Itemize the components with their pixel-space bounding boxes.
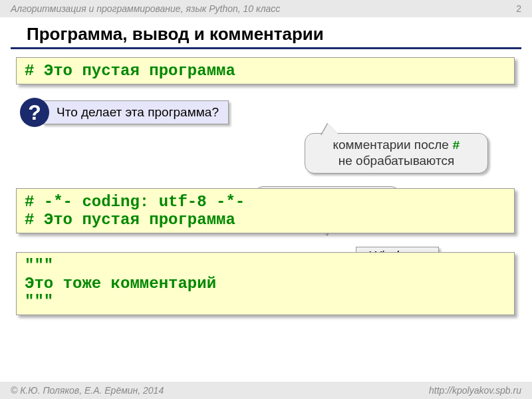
code-block-1: # Это пустая программа <box>16 57 515 84</box>
page-title: Программа, вывод и комментарии <box>11 17 521 49</box>
speech-bubble-comments: комментарии после # не обрабатываются <box>305 133 488 174</box>
question-box: Что делает эта программа? <box>43 100 229 124</box>
question-row: ? Что делает эта программа? <box>20 98 516 127</box>
question-mark-icon: ? <box>20 98 49 127</box>
tail-icon <box>321 124 340 136</box>
speech-text: не обрабатываются <box>338 154 454 168</box>
code-line: # Это пустая программа <box>25 211 506 229</box>
content-area: # Это пустая программа ? Что делает эта … <box>0 49 532 323</box>
code-block-3: """ Это тоже комментарий """ <box>16 252 515 315</box>
code-block-2: # -*- coding: utf-8 -*- # Это пустая про… <box>16 188 515 233</box>
footer-bar: © К.Ю. Поляков, Е.А. Ерёмин, 2014 http:/… <box>0 382 532 399</box>
code-line: """ <box>25 293 506 311</box>
hash-icon: # <box>452 138 460 153</box>
page-number: 2 <box>516 3 521 14</box>
header-bar: Алгоритмизация и программирование, язык … <box>0 0 532 17</box>
code-line: # -*- coding: utf-8 -*- <box>25 193 506 211</box>
code-line: # Это пустая программа <box>25 62 506 80</box>
copyright: © К.Ю. Поляков, Е.А. Ерёмин, 2014 <box>11 385 164 396</box>
code-line: Это тоже комментарий <box>25 275 506 293</box>
source-url: http://kpolyakov.spb.ru <box>429 385 521 396</box>
breadcrumb: Алгоритмизация и программирование, язык … <box>11 3 280 14</box>
speech-text: комментарии после <box>332 138 452 152</box>
code-line: """ <box>25 257 506 275</box>
